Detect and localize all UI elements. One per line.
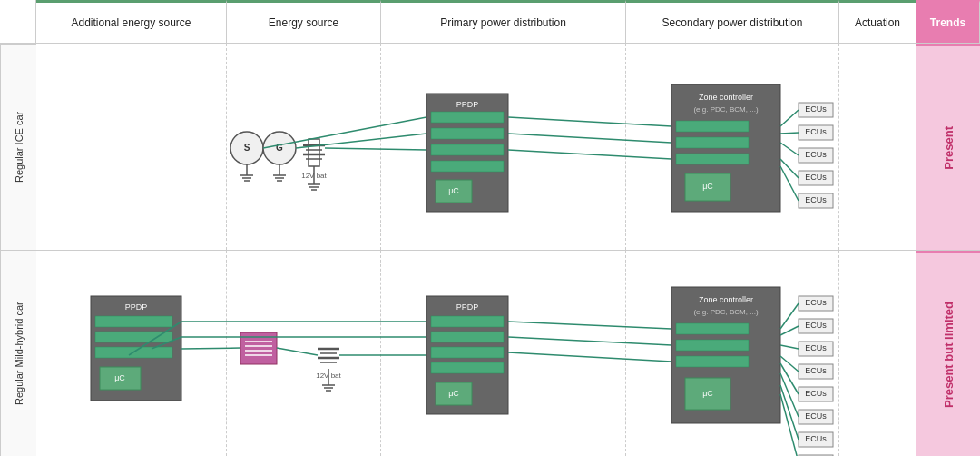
starter-label: S [244, 143, 250, 153]
conn-ppdp-zone2 [508, 134, 671, 143]
conn-bat-ppdp [325, 148, 426, 150]
ecu5-label-row1: ECUs [805, 195, 827, 204]
ppdp-add-bar1 [95, 316, 172, 327]
ecu4-label-row2: ECUs [805, 366, 827, 375]
ppdp-bar3 [431, 144, 504, 155]
conn-s-ppdp [263, 117, 426, 148]
row2-label-text: Regular Mild-hybrid car [14, 302, 24, 405]
grid-area: Present S G [36, 44, 980, 456]
row1-label: Regular ICE car [0, 44, 36, 250]
row1-diagram: S G [36, 44, 935, 250]
ecu2-label-row1: ECUs [805, 127, 827, 136]
conn-g-ppdp [296, 134, 426, 148]
ppdp-add-label-row2: PPDP [125, 302, 148, 312]
zone-bar2 [676, 137, 749, 148]
ecu3-label-row1: ECUs [805, 150, 827, 159]
zone-bar1 [676, 121, 749, 132]
conn-zone-ecu4 [780, 159, 799, 178]
header-actuation: Actuation [839, 0, 916, 43]
conn-zone-ecu3 [780, 143, 799, 155]
header-primary: Primary power distribution [381, 0, 626, 43]
battery-12v-row1 [309, 139, 319, 166]
ppdp-bar4 [431, 161, 504, 172]
conn2-zone-ecu1 [780, 303, 799, 329]
ppdp-pri-bar2 [431, 332, 504, 342]
ppdp-pri-bar3 [431, 347, 504, 358]
conn-ppdppri-zone1 [508, 322, 671, 329]
main-container: Additional energy source Energy source P… [0, 0, 980, 456]
ecu7-label-row2: ECUs [805, 434, 827, 443]
row2-diagram: SG 48V bat [36, 251, 935, 457]
ppdp-pri-muc-label-row2: μC [448, 389, 459, 398]
conn-ppdpadd-dcdc [181, 348, 240, 349]
zone2-bar1 [676, 323, 749, 334]
zone-muc-label-row1: μC [702, 182, 713, 191]
header-additional: Additional energy source [36, 0, 227, 43]
ppdp-add-bar2 [95, 332, 172, 342]
conn-ppdppri-zone2 [508, 337, 671, 345]
ppdp-add-muc-label-row2: μC [114, 373, 125, 382]
ecu1-label-row2: ECUs [805, 298, 827, 307]
header-secondary: Secondary power distribution [626, 0, 839, 43]
ecu5-label-row2: ECUs [805, 389, 827, 398]
zone-subtitle-row2: (e.g. PDC, BCM, ...) [693, 308, 758, 316]
ppdp-bar1 [431, 112, 504, 123]
header-actuation-label: Actuation [855, 16, 900, 29]
zone2-muc-label: μC [702, 389, 713, 398]
header-secondary-label: Secondary power distribution [662, 16, 803, 29]
header-primary-label: Primary power distribution [440, 16, 566, 29]
ppdp-pri-bar1 [431, 316, 504, 327]
ecu4-label-row1: ECUs [805, 173, 827, 182]
ppdp-pri-bar4 [431, 362, 504, 373]
zone-label-row1: Zone controller [699, 93, 753, 102]
header-energy: Energy source [227, 0, 381, 43]
ppdp-primary-label-row2: PPDP [456, 302, 479, 312]
grid-row-1: Present S G [36, 44, 980, 251]
zone-bar3 [676, 154, 749, 164]
conn2-zone-ecu3 [780, 345, 799, 349]
conn-dcdc-bat12 [277, 348, 318, 355]
content-rows: Regular ICE car Regular Mild-hybrid car … [0, 44, 980, 456]
row1-trend-label: Present [942, 126, 956, 170]
conn-ppdppri-zone3 [508, 352, 671, 362]
conn2-zone-ecu7 [780, 385, 799, 440]
conn-zone-ecu2 [780, 133, 799, 134]
zone-label-row2: Zone controller [699, 295, 753, 304]
row2-label: Regular Mild-hybrid car [0, 250, 36, 456]
ppdp-label-row1: PPDP [456, 100, 479, 109]
ecu6-label-row2: ECUs [805, 411, 827, 421]
grid-row-2: Present but limited SG [36, 251, 980, 457]
conn-zone-ecu1 [780, 110, 799, 126]
conn-ppdp-zone1 [508, 117, 671, 126]
ppdp-muc-label-row1: μC [448, 186, 459, 195]
conn2-zone-ecu8 [780, 394, 799, 457]
header-energy-label: Energy source [269, 16, 338, 29]
row1-label-text: Regular ICE car [14, 112, 24, 183]
zone-subtitle-row1: (e.g. PDC, BCM, ...) [693, 105, 758, 114]
row-label-col: Regular ICE car Regular Mild-hybrid car [0, 44, 36, 456]
ecu1-label-row1: ECUs [805, 104, 827, 114]
header-row-spacer [0, 0, 36, 43]
conn-ppdp-zone3 [508, 150, 671, 159]
zone2-bar2 [676, 340, 749, 351]
zone2-bar3 [676, 356, 749, 367]
conn2-zone-ecu2 [780, 326, 799, 335]
ppdp-bar2 [431, 128, 504, 139]
header-trends-label: Trends [930, 16, 965, 29]
ecu2-label-row2: ECUs [805, 321, 827, 330]
header-row: Additional energy source Energy source P… [0, 0, 980, 44]
header-trends: Trends [916, 0, 980, 43]
row2-trend-label: Present but limited [942, 302, 956, 408]
conn-zone-ecu5 [780, 166, 799, 201]
ecu3-label-row2: ECUs [805, 343, 827, 352]
header-additional-label: Additional energy source [71, 16, 191, 29]
